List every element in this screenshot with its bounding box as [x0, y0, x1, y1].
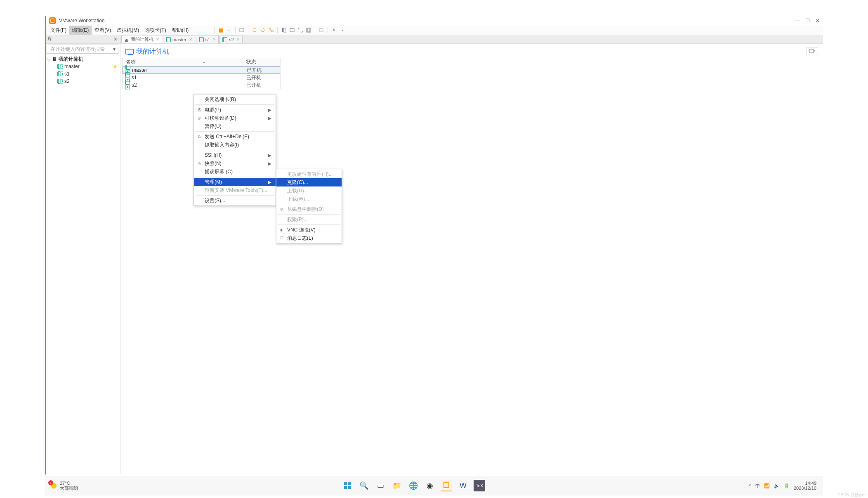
vm-icon — [57, 78, 63, 84]
menu-vm[interactable]: 虚拟机(M) — [114, 26, 142, 35]
disk-icon: ◎ — [196, 116, 202, 120]
titlebar: VMware Workstation — ☐ ✕ — [45, 16, 823, 26]
stretch-dropdown[interactable]: ▾ — [339, 26, 346, 34]
snapshot-manager-icon[interactable] — [267, 26, 275, 34]
taskbar-word-icon[interactable]: W — [457, 480, 469, 491]
send-cad-icon[interactable] — [238, 26, 245, 34]
snapshot-icon: ◷ — [196, 161, 202, 165]
taskbar-chrome-icon[interactable]: ◉ — [424, 480, 436, 491]
svg-rect-3 — [269, 28, 271, 30]
ctx-manage[interactable]: 管理(M)▶ — [194, 178, 276, 186]
sub-download: 下载(W)... — [276, 195, 342, 203]
fullscreen-icon[interactable] — [297, 26, 304, 34]
snapshot-take-icon[interactable] — [251, 26, 258, 34]
sub-vnc[interactable]: ◐VNC 连接(V) — [276, 226, 342, 234]
thumbnail-icon[interactable] — [318, 26, 325, 34]
ctx-power[interactable]: ⏻电源(P)▶ — [194, 106, 276, 114]
ctx-send-cad[interactable]: ⧉发送 Ctrl+Alt+Del(E) — [194, 132, 276, 141]
context-submenu-manage: 更改硬件兼容性(H)... 克隆(C)... 上载(U)... 下载(W)...… — [276, 169, 342, 243]
tray-chevron-icon[interactable]: ^ — [749, 483, 751, 488]
windows-taskbar: 1 27°C 大部晴朗 🔍 ▭ 📁 🌐 ◉ W TeX ^ 中 📶 🔈 🔋 14… — [45, 476, 823, 496]
menu-tabs[interactable]: 选项卡(T) — [142, 26, 169, 35]
taskbar-taskview-icon[interactable]: ▭ — [375, 480, 386, 491]
library-header: 库 — [47, 35, 52, 42]
vm-icon — [222, 37, 227, 42]
menu-edit[interactable]: 编辑(E) — [69, 26, 92, 35]
tray-clock[interactable]: 14:49 2023/12/10 — [794, 481, 816, 491]
ctx-removable[interactable]: ◎可移动设备(D)▶ — [194, 114, 276, 122]
minimize-button[interactable]: — — [795, 18, 800, 24]
menu-help[interactable]: 帮助(H) — [169, 26, 192, 35]
sidebar: 库 ✕ ▼ ⊟ 🖥 我的计算机 master ★ — [45, 35, 120, 474]
tray-wifi-icon[interactable]: 📶 — [764, 483, 770, 489]
ctx-close-tab[interactable]: 关闭选项卡(B) — [194, 95, 276, 104]
library-tree: ⊟ 🖥 我的计算机 master ★ s1 s2 — [45, 54, 120, 474]
ctx-pause[interactable]: 暂停(U) — [194, 122, 276, 130]
tree-item-s2[interactable]: s2 — [45, 78, 120, 85]
maximize-button[interactable]: ☐ — [805, 18, 810, 24]
system-tray: ^ 中 📶 🔈 🔋 14:49 2023/12/10 — [749, 481, 823, 491]
window-title: VMware Workstation — [59, 18, 795, 24]
svg-rect-30 — [348, 486, 351, 489]
tray-ime-icon[interactable]: 中 — [755, 483, 760, 489]
stretch-icon[interactable] — [330, 26, 338, 34]
start-button[interactable] — [342, 480, 353, 491]
search-input[interactable] — [50, 46, 112, 52]
taskbar-search-icon[interactable]: 🔍 — [358, 480, 370, 491]
ctx-snapshot[interactable]: ◷快照(N)▶ — [194, 159, 276, 168]
chevron-right-icon: ▶ — [260, 108, 271, 112]
ctx-settings[interactable]: 设置(S)... — [194, 196, 276, 205]
sub-clone[interactable]: 克隆(C)... — [276, 178, 342, 186]
taskbar-edge-icon[interactable]: 🌐 — [408, 480, 419, 491]
vmware-logo-icon — [49, 17, 56, 24]
menu-view[interactable]: 查看(V) — [92, 26, 114, 35]
tree-item-s1[interactable]: s1 — [45, 70, 120, 78]
tray-battery-icon[interactable]: 🔋 — [784, 483, 790, 489]
tab-s1[interactable]: s1 ✕ — [196, 35, 219, 43]
vm-icon — [199, 37, 204, 42]
ctx-ssh[interactable]: SSH(H)▶ — [194, 151, 276, 159]
tab-home[interactable]: 我的计算机 ✕ — [121, 35, 162, 43]
col-state[interactable]: 状态 — [243, 58, 280, 66]
taskbar-explorer-icon[interactable]: 📁 — [391, 480, 403, 491]
monitor-icon — [124, 37, 129, 42]
page-title: 我的计算机 — [136, 47, 169, 56]
vm-icon — [57, 71, 63, 77]
tab-close-icon[interactable]: ✕ — [156, 37, 159, 42]
ctx-grab-input[interactable]: 抓取输入内容(I) — [194, 141, 276, 149]
log-icon: ☐ — [279, 236, 285, 240]
taskbar-app-icon[interactable]: TeX — [474, 480, 485, 491]
tab-close-icon[interactable]: ✕ — [236, 37, 240, 42]
pause-dropdown[interactable]: ▾ — [225, 26, 233, 34]
menu-file[interactable]: 文件(F) — [47, 26, 69, 35]
tab-close-icon[interactable]: ✕ — [212, 37, 216, 42]
tree-root[interactable]: ⊟ 🖥 我的计算机 — [45, 55, 120, 63]
snapshot-revert-icon[interactable] — [259, 26, 267, 34]
tab-s2[interactable]: s2 ✕ — [219, 35, 243, 43]
view-console-icon[interactable] — [288, 26, 296, 34]
library-close-icon[interactable]: ✕ — [113, 36, 118, 42]
tray-volume-icon[interactable]: 🔈 — [774, 483, 780, 489]
pause-button[interactable]: ▮▮ — [217, 26, 224, 34]
unity-icon[interactable] — [305, 26, 312, 34]
list-row-s2[interactable]: s2 已开机 — [123, 81, 280, 89]
svg-rect-6 — [284, 28, 286, 32]
sub-message-log[interactable]: ☐消息日志(L) — [276, 234, 342, 242]
accent-bar — [45, 16, 46, 474]
svg-rect-29 — [344, 486, 347, 489]
tab-close-icon[interactable]: ✕ — [189, 37, 192, 42]
tab-master[interactable]: master ✕ — [163, 35, 195, 43]
favorite-star-icon[interactable]: ★ — [113, 64, 118, 69]
context-menu: 关闭选项卡(B) ⏻电源(P)▶ ◎可移动设备(D)▶ 暂停(U) ⧉发送 Ct… — [193, 94, 276, 206]
ctx-capture[interactable]: 捕获屏幕 (C) — [194, 168, 276, 176]
close-button[interactable]: ✕ — [816, 18, 820, 24]
sub-permissions: 权限(P)... — [276, 215, 342, 224]
view-single-icon[interactable] — [280, 26, 288, 34]
search-box[interactable]: ▼ — [47, 45, 118, 54]
taskbar-weather[interactable]: 1 27°C 大部晴朗 — [45, 481, 78, 491]
search-dropdown-icon[interactable]: ▼ — [112, 47, 116, 52]
taskbar-vmware-icon[interactable] — [441, 480, 452, 491]
tree-item-master[interactable]: master ★ — [45, 63, 120, 70]
svg-marker-26 — [127, 86, 129, 88]
thumbnail-view-button[interactable] — [807, 47, 818, 56]
